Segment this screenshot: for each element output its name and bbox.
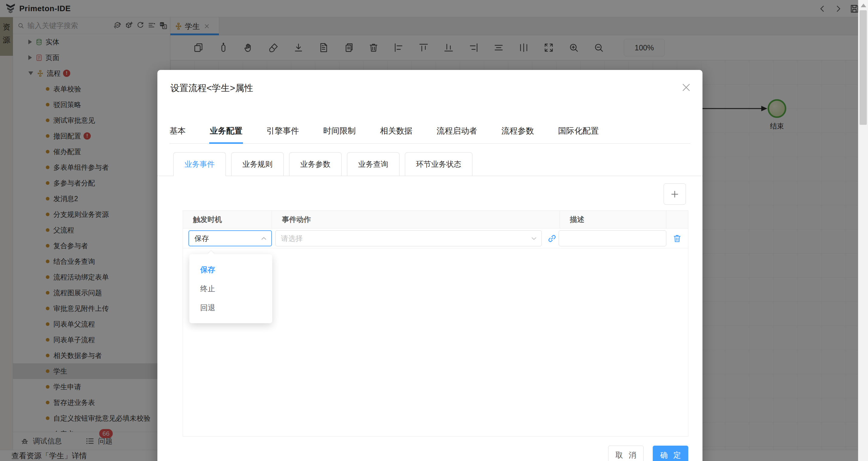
chevron-down-icon (530, 235, 538, 242)
chevron-up-icon (260, 235, 268, 242)
dropdown-option-回退[interactable]: 回退 (189, 298, 272, 317)
plus-icon (670, 190, 679, 199)
dropdown-option-保存[interactable]: 保存 (189, 260, 272, 279)
column-header-description: 描述 (560, 211, 666, 228)
delete-row-icon[interactable] (672, 234, 682, 243)
dialog-close-icon[interactable] (681, 82, 692, 93)
dialog-tab-时间限制[interactable]: 时间限制 (323, 124, 356, 144)
dialog-subtab-bar: 业务事件业务规则业务参数业务查询环节业务状态 (173, 152, 472, 176)
event-action-placeholder: 请选择 (281, 234, 530, 243)
dialog-subtab-业务查询[interactable]: 业务查询 (347, 152, 400, 176)
link-icon[interactable] (547, 233, 557, 244)
dropdown-option-终止[interactable]: 终止 (189, 279, 272, 298)
table-row: 保存 请选择 (183, 228, 688, 248)
scrollbar-thumb[interactable] (860, 10, 867, 125)
dialog-tab-国际化配置[interactable]: 国际化配置 (558, 124, 599, 144)
cancel-button[interactable]: 取 消 (608, 445, 644, 461)
dialog-subtab-业务参数[interactable]: 业务参数 (289, 152, 342, 176)
add-event-button[interactable] (663, 183, 686, 205)
vertical-scrollbar[interactable] (858, 0, 868, 461)
column-header-trigger: 触发时机 (183, 211, 272, 228)
scrollbar-up-arrow-icon[interactable] (861, 4, 866, 7)
dialog-subtab-环节业务状态[interactable]: 环节业务状态 (405, 152, 472, 176)
dialog-tab-基本[interactable]: 基本 (169, 124, 186, 144)
confirm-button[interactable]: 确 定 (653, 445, 688, 461)
description-input[interactable] (559, 230, 666, 246)
business-events-table: 触发时机 事件动作 描述 保存 请选择 (183, 211, 688, 437)
dialog-tab-引擎事件[interactable]: 引擎事件 (267, 124, 299, 144)
dialog-tab-bar: 基本业务配置引擎事件时间限制相关数据流程启动者流程参数国际化配置 (157, 124, 703, 144)
dialog-tab-业务配置[interactable]: 业务配置 (210, 124, 242, 144)
tab-divider (169, 143, 690, 144)
dialog-subtab-业务规则[interactable]: 业务规则 (231, 152, 284, 176)
trigger-select[interactable]: 保存 (188, 230, 272, 246)
dialog-subtab-业务事件[interactable]: 业务事件 (173, 152, 226, 176)
column-header-actions (666, 211, 688, 228)
table-header-row: 触发时机 事件动作 描述 (183, 211, 688, 228)
application-window: Primeton-IDE 资源 AIEn文 实体页面流程!表单校验驳回策略测试审… (0, 0, 868, 461)
column-header-action: 事件动作 (272, 211, 560, 228)
dialog-title: 设置流程<学生>属性 (170, 82, 253, 94)
dialog-tab-流程参数[interactable]: 流程参数 (501, 124, 534, 144)
trigger-dropdown: 保存终止回退 (189, 254, 272, 323)
dialog-tab-相关数据[interactable]: 相关数据 (380, 124, 412, 144)
trigger-select-value: 保存 (194, 234, 260, 243)
dialog-tab-流程启动者[interactable]: 流程启动者 (437, 124, 477, 144)
event-action-select[interactable]: 请选择 (275, 230, 542, 246)
process-properties-dialog: 设置流程<学生>属性 基本业务配置引擎事件时间限制相关数据流程启动者流程参数国际… (157, 70, 703, 461)
